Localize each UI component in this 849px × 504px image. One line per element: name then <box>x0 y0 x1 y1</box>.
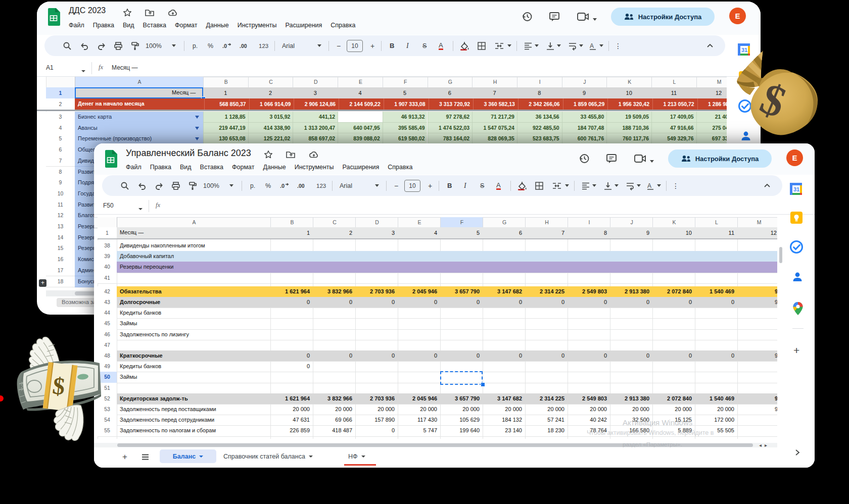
svg-text:31: 31 <box>793 186 799 192</box>
